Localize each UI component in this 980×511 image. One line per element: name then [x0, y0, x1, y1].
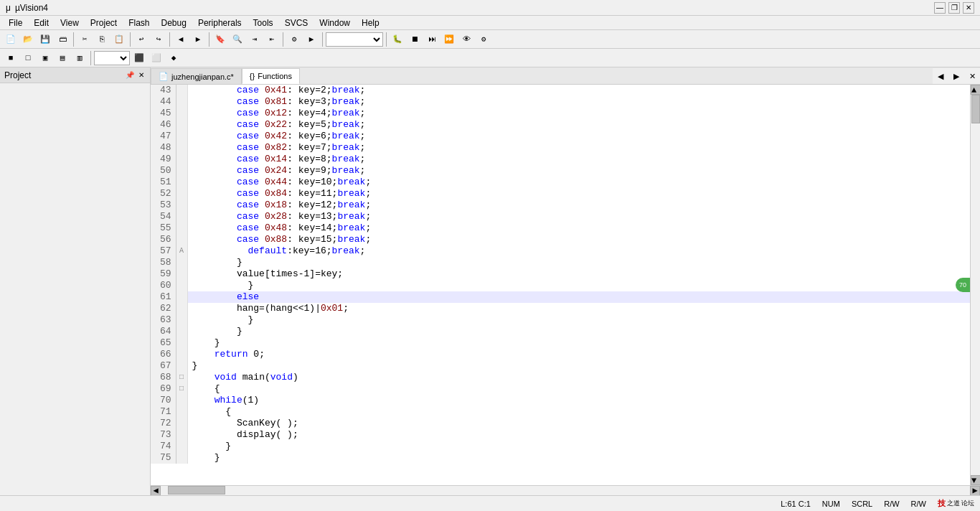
project-content [0, 83, 150, 89]
code-line-69: 69□ { [151, 383, 970, 395]
hscroll-track[interactable] [161, 486, 970, 496]
horizontal-scrollbar[interactable]: ◀ ▶ [151, 485, 980, 495]
project-title: Project [4, 70, 31, 80]
line-number: 69 [151, 383, 176, 395]
line-number: 67 [151, 360, 176, 372]
menu-item-help[interactable]: Help [356, 17, 385, 29]
menu-item-edit[interactable]: Edit [28, 17, 55, 29]
outdent-btn[interactable]: ⇤ [264, 32, 280, 47]
menu-item-tools[interactable]: Tools [248, 17, 279, 29]
build-btn[interactable]: ⚙ [286, 32, 302, 47]
target-select-2[interactable] [94, 51, 130, 65]
tb2-btn7[interactable]: ⬜ [149, 50, 164, 66]
line-indicator: □ [176, 372, 187, 383]
nav-fwd-btn[interactable]: ▶ [190, 32, 206, 47]
target-select[interactable] [326, 32, 383, 47]
menu-item-view[interactable]: View [55, 17, 85, 29]
code-line-54: 54 case 0x28: key=13;break; [151, 211, 970, 222]
status-scrl: SCRL [852, 500, 872, 508]
code-editor[interactable]: 43 case 0x41: key=2;break;44 case 0x81: … [151, 85, 970, 485]
line-indicator [176, 337, 187, 349]
tb2-btn5[interactable]: ▥ [72, 50, 88, 66]
editor-scrollbar[interactable]: ▲ ▼ [970, 85, 980, 485]
tb2-btn8[interactable]: ◆ [166, 50, 182, 66]
bookmark-btn[interactable]: 🔖 [212, 32, 228, 47]
paste-btn[interactable]: 📋 [111, 32, 127, 47]
settings-btn[interactable]: ⚙ [476, 32, 491, 47]
tab-close-btn[interactable]: ✕ [964, 68, 980, 84]
tab-scroll-right[interactable]: ▶ [948, 68, 964, 84]
menu-item-window[interactable]: Window [314, 17, 356, 29]
save-btn[interactable]: 💾 [37, 32, 53, 47]
line-number: 54 [151, 211, 176, 222]
line-indicator [176, 395, 187, 406]
redo-btn[interactable]: ↪ [151, 32, 166, 47]
file-icon: 📄 [159, 72, 169, 81]
debug-btn[interactable]: 🐛 [390, 32, 405, 47]
code-line-59: 59 value[times-1]=key; [151, 268, 970, 280]
undo-btn[interactable]: ↩ [133, 32, 149, 47]
watch-btn[interactable]: 👁 [458, 32, 474, 47]
scroll-track[interactable] [971, 95, 980, 475]
project-pin-btn[interactable]: 📌 [124, 71, 136, 79]
menu-item-svcs[interactable]: SVCS [279, 17, 314, 29]
new-file-btn[interactable]: 📄 [3, 32, 19, 47]
stop-btn[interactable]: ⏹ [407, 32, 423, 47]
project-header-controls: 📌 ✕ [124, 71, 146, 79]
maximize-button[interactable]: ❐ [948, 2, 960, 14]
save-all-btn[interactable]: 🗃 [55, 32, 70, 47]
line-number: 59 [151, 268, 176, 280]
cut-btn[interactable]: ✂ [77, 32, 93, 47]
tb2-btn6[interactable]: ⬛ [131, 50, 147, 66]
scroll-down-btn[interactable]: ▼ [971, 475, 980, 485]
menu-item-peripherals[interactable]: Peripherals [192, 17, 248, 29]
minimize-button[interactable]: — [934, 2, 946, 14]
tb2-btn2[interactable]: □ [20, 50, 36, 66]
scroll-thumb[interactable] [971, 95, 980, 123]
line-indicator [176, 165, 187, 177]
hscroll-left-btn[interactable]: ◀ [151, 486, 161, 496]
tb2-btn1[interactable]: ■ [3, 50, 19, 66]
statusbar-right: L:61 C:1 NUM SCRL R/W R/W 技 之道 论坛 [781, 498, 974, 509]
copy-btn[interactable]: ⎘ [94, 32, 110, 47]
tab-source-file[interactable]: 📄 juzhengjianpan.c* [151, 68, 242, 84]
line-indicator [176, 257, 187, 268]
app-icon: μ [6, 3, 11, 13]
status-num: NUM [822, 500, 840, 508]
line-content: ScanKey( ); [187, 418, 970, 429]
project-close-btn[interactable]: ✕ [137, 71, 146, 79]
line-number: 48 [151, 142, 176, 154]
editor-area: 📄 juzhengjianpan.c* {} Functions ◀ ▶ ✕ 4… [151, 67, 980, 495]
line-content: case 0x82: key=7;break; [187, 142, 970, 154]
step-over-btn[interactable]: ⏩ [441, 32, 457, 47]
line-number: 45 [151, 108, 176, 119]
titlebar: μ µVision4 — ❐ ✕ [0, 0, 980, 16]
hscroll-right-btn[interactable]: ▶ [970, 486, 980, 496]
tab-functions[interactable]: {} Functions [242, 68, 300, 84]
close-button[interactable]: ✕ [963, 2, 974, 14]
open-btn[interactable]: 📂 [20, 32, 36, 47]
sep-3 [169, 32, 170, 47]
line-number: 44 [151, 96, 176, 108]
find-btn[interactable]: 🔍 [230, 32, 245, 47]
code-line-53: 53 case 0x18: key=12;break; [151, 200, 970, 211]
line-number: 73 [151, 429, 176, 441]
menu-item-project[interactable]: Project [85, 17, 123, 29]
app-title: µVision4 [15, 3, 48, 13]
tb2-btn4[interactable]: ▤ [55, 50, 70, 66]
indent-btn[interactable]: ⇥ [247, 32, 263, 47]
menubar: FileEditViewProjectFlashDebugPeripherals… [0, 16, 980, 30]
nav-back-btn[interactable]: ◀ [173, 32, 189, 47]
code-line-47: 47 case 0x42: key=6;break; [151, 131, 970, 142]
tb2-btn3[interactable]: ▣ [37, 50, 53, 66]
tab-scroll-left[interactable]: ◀ [933, 68, 948, 84]
content-area: 43 case 0x41: key=2;break;44 case 0x81: … [151, 85, 980, 485]
menu-item-file[interactable]: File [3, 17, 28, 29]
scroll-up-btn[interactable]: ▲ [971, 85, 980, 95]
hscroll-thumb[interactable] [168, 486, 225, 494]
run-btn[interactable]: ▶ [303, 32, 319, 47]
menu-item-flash[interactable]: Flash [123, 17, 155, 29]
step-btn[interactable]: ⏭ [424, 32, 440, 47]
code-line-75: 75 } [151, 452, 970, 464]
menu-item-debug[interactable]: Debug [156, 17, 192, 29]
